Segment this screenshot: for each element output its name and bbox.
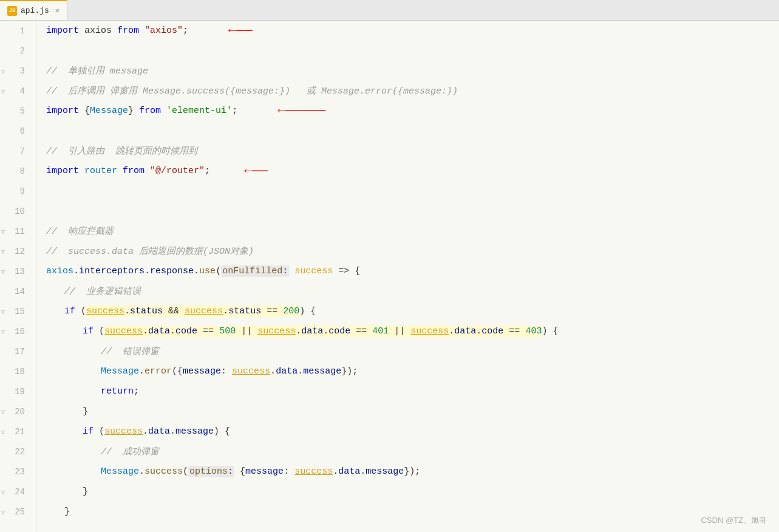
- line-num-25: ▽25: [0, 502, 30, 522]
- line-num-20: ▽20: [0, 401, 30, 421]
- code-line-14: // 业务逻辑错误: [46, 281, 779, 301]
- code-line-3: // 单独引用 message: [46, 61, 779, 81]
- line-numbers: 1 2 ▽3 ▽4 5 6 7 8 9 10 ▽11 ▽12 ▽13 14 ▽1…: [0, 21, 36, 532]
- code-line-24: }: [46, 482, 779, 502]
- line-num-14: 14: [0, 281, 30, 301]
- line-num-6: 6: [0, 121, 30, 141]
- line-num-12: ▽12: [0, 241, 30, 261]
- code-line-15: if ( success.status && success.status ==…: [46, 301, 779, 321]
- line-num-1: 1: [0, 21, 30, 41]
- js-file-icon: JS: [7, 6, 17, 16]
- code-line-19: return ;: [46, 381, 779, 401]
- code-line-11: // 响应拦截器: [46, 221, 779, 241]
- line-num-13: ▽13: [0, 261, 30, 281]
- tab-close-button[interactable]: ✕: [55, 6, 60, 15]
- code-line-7: // 引入路由 跳转页面的时候用到: [46, 141, 779, 161]
- code-area: 1 2 ▽3 ▽4 5 6 7 8 9 10 ▽11 ▽12 ▽13 14 ▽1…: [0, 21, 779, 532]
- code-line-8: import router from "@/router" ; ←——: [46, 161, 779, 181]
- line-num-4: ▽4: [0, 81, 30, 101]
- tab-label: api.js: [21, 6, 49, 15]
- line-num-24: ▽24: [0, 482, 30, 502]
- code-line-18: Message . error ({ message : success . d…: [46, 361, 779, 381]
- watermark: CSDN @TZ、旭哥: [701, 515, 767, 526]
- line-num-10: 10: [0, 201, 30, 221]
- line-num-23: 23: [0, 462, 30, 482]
- code-line-1: import axios from "axios" ; ←——: [46, 21, 779, 41]
- code-line-10: [46, 201, 779, 221]
- code-line-5: import { Message } from 'element-ui' ; ←…: [46, 101, 779, 121]
- tab-bar: JS api.js ✕: [0, 0, 779, 21]
- code-line-25: }: [46, 502, 779, 522]
- line-num-18: 18: [0, 361, 30, 381]
- code-line-17: // 错误弹窗: [46, 341, 779, 361]
- code-line-22: // 成功弹窗: [46, 442, 779, 462]
- code-line-9: [46, 181, 779, 201]
- line-num-8: 8: [0, 161, 30, 181]
- line-num-3: ▽3: [0, 61, 30, 81]
- line-num-11: ▽11: [0, 221, 30, 241]
- code-line-16: if ( success.data.code == 500 || success…: [46, 321, 779, 341]
- code-content: import axios from "axios" ; ←—— // 单独引用 …: [36, 21, 779, 532]
- code-line-2: [46, 41, 779, 61]
- editor-container: JS api.js ✕ 1 2 ▽3 ▽4 5 6 7 8 9 10 ▽11 ▽…: [0, 0, 779, 532]
- line-num-21: ▽21: [0, 421, 30, 442]
- code-line-20: }: [46, 401, 779, 421]
- code-line-6: [46, 121, 779, 141]
- line-num-22: 22: [0, 442, 30, 462]
- code-line-21: if ( success . data . message ) {: [46, 421, 779, 442]
- line-num-5: 5: [0, 101, 30, 121]
- code-line-13: axios . interceptors . response . use ( …: [46, 261, 779, 281]
- code-line-12: // success.data 后端返回的数据(JSON对象): [46, 241, 779, 261]
- code-line-4: // 后序调用 弹窗用 Message.success({message:}) …: [46, 81, 779, 101]
- line-num-15: ▽15: [0, 301, 30, 321]
- line-num-17: 17: [0, 341, 30, 361]
- line-num-9: 9: [0, 181, 30, 201]
- line-num-2: 2: [0, 41, 30, 61]
- tab-apijs[interactable]: JS api.js ✕: [0, 0, 67, 20]
- line-num-19: 19: [0, 381, 30, 401]
- line-num-16: ▽16: [0, 321, 30, 341]
- line-num-7: 7: [0, 141, 30, 161]
- code-line-23: Message . success ( options: { message :…: [46, 462, 779, 482]
